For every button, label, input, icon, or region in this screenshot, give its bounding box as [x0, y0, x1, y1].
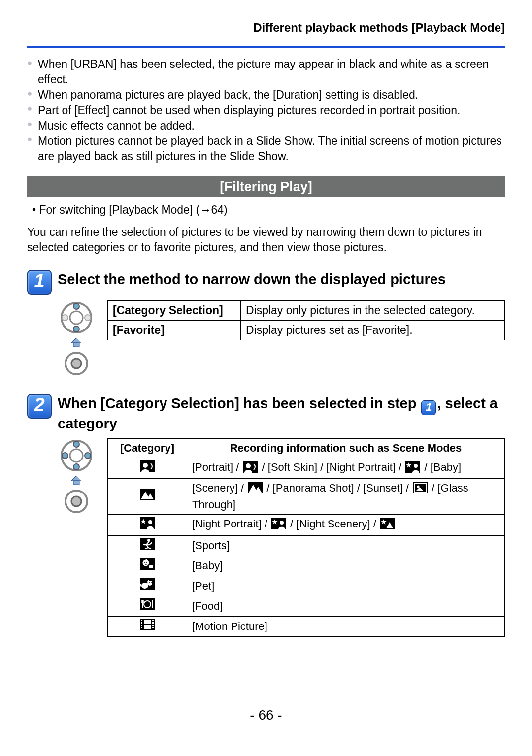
table-row: [Sports] — [108, 535, 505, 556]
category-icon-cell — [108, 576, 187, 596]
navpad-all-icon — [57, 438, 99, 517]
table-row: [Portrait] / / [Soft Skin] / [Night Port… — [108, 458, 505, 479]
pet-icon — [140, 578, 155, 594]
table-row: [Motion Picture] — [108, 616, 505, 636]
notes-item: When panorama pictures are played back, … — [27, 87, 505, 102]
category-desc: [Baby] — [187, 556, 505, 576]
playback-mode-ref: • For switching [Playback Mode] (→64) — [32, 202, 505, 218]
page-number: - 66 - — [27, 706, 505, 724]
food-icon — [140, 598, 155, 614]
navpad-updown-icon — [57, 300, 99, 379]
category-icon-cell — [108, 514, 187, 535]
scenery-icon — [248, 482, 263, 497]
night-portrait-icon — [405, 461, 420, 477]
table-row: [Night Portrait] / / [Night Scenery] / — [108, 514, 505, 535]
notes-item: Motion pictures cannot be played back in… — [27, 133, 505, 164]
table-row: [Category Selection]Display only picture… — [108, 301, 505, 321]
notes-item: Part of [Effect] cannot be used when dis… — [27, 103, 505, 118]
table-row: [Food] — [108, 596, 505, 616]
section-title: [Filtering Play] — [27, 176, 505, 197]
intro-paragraph: You can refine the selection of pictures… — [27, 225, 505, 255]
sports-icon — [140, 538, 155, 554]
step-1-title: Select the method to narrow down the dis… — [58, 270, 446, 288]
method-desc: Display only pictures in the selected ca… — [240, 301, 504, 321]
table-row: [Baby] — [108, 556, 505, 576]
header-rule — [27, 46, 505, 48]
method-label: [Category Selection] — [108, 301, 241, 321]
category-icon-cell — [108, 479, 187, 514]
step-2-badge: 2 — [27, 394, 52, 419]
category-icon-cell — [108, 596, 187, 616]
category-desc: [Night Portrait] / / [Night Scenery] / — [187, 514, 505, 535]
category-desc: [Portrait] / / [Soft Skin] / [Night Port… — [187, 458, 505, 479]
night-portrait-icon — [271, 518, 286, 533]
table-row: [Favorite]Display pictures set as [Favor… — [108, 321, 505, 340]
night-scenery-icon — [380, 518, 395, 533]
motion-icon — [140, 619, 155, 634]
portrait-icon — [140, 460, 155, 476]
notes-item: Music effects cannot be added. — [27, 118, 505, 133]
step-1-badge: 1 — [27, 270, 52, 295]
category-icon-cell — [108, 535, 187, 556]
sunset-icon — [413, 482, 428, 497]
method-desc: Display pictures set as [Favorite]. — [240, 321, 504, 340]
category-desc: [Pet] — [187, 576, 505, 596]
step-1-table: [Category Selection]Display only picture… — [107, 300, 505, 340]
step-ref-1-badge: 1 — [421, 400, 436, 415]
method-label: [Favorite] — [108, 321, 241, 340]
step-2-title-pre: When [Category Selection] has been selec… — [58, 395, 420, 411]
table-row: [Pet] — [108, 576, 505, 596]
category-desc: [Scenery] / / [Panorama Shot] / [Sunset]… — [187, 479, 505, 514]
night-portrait-icon — [140, 517, 155, 533]
table-row: [Scenery] / / [Panorama Shot] / [Sunset]… — [108, 479, 505, 514]
baby-icon — [140, 558, 155, 574]
notes-list: When [URBAN] has been selected, the pict… — [27, 57, 505, 168]
category-desc: [Motion Picture] — [187, 616, 505, 636]
page-header: Different playback methods [Playback Mod… — [27, 20, 505, 39]
scenery-icon — [140, 489, 155, 504]
category-icon-cell — [108, 556, 187, 576]
category-desc: [Food] — [187, 596, 505, 616]
step-2-title: When [Category Selection] has been selec… — [58, 394, 505, 432]
category-col-header: [Category] — [108, 439, 187, 458]
notes-item: When [URBAN] has been selected, the pict… — [27, 57, 505, 87]
portrait-icon — [243, 461, 258, 477]
category-icon-cell — [108, 458, 187, 479]
category-icon-cell — [108, 616, 187, 636]
recording-info-col-header: Recording information such as Scene Mode… — [187, 439, 505, 458]
category-desc: [Sports] — [187, 535, 505, 556]
category-table: [Category] Recording information such as… — [107, 438, 505, 637]
